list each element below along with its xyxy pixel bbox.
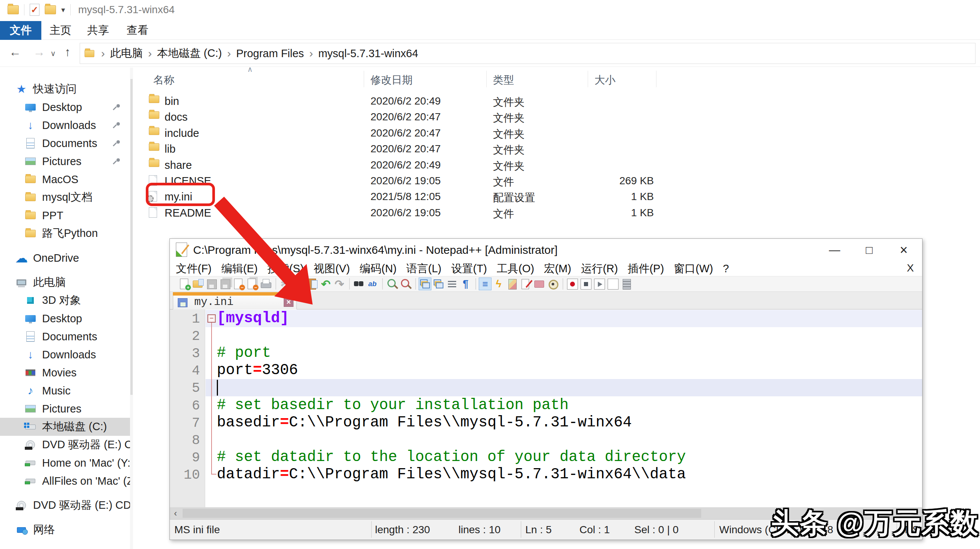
breadcrumb-item[interactable]: Program Files [236,47,304,60]
breadcrumb-item[interactable]: 此电脑 [110,46,143,61]
sidebar-item-Documents[interactable]: Documents [0,327,130,346]
sidebar-item-Movies[interactable]: Movies [0,364,130,381]
column-header-size[interactable]: 大小 [595,73,616,87]
menu-item-运行(R)[interactable]: 运行(R) [581,261,628,276]
sidebar-item-路飞Python[interactable]: 路飞Python [0,225,130,243]
open-toolbar-icon[interactable] [192,278,204,290]
file-row-share[interactable]: share2020/6/2 20:49文件夹 [146,157,710,173]
monitor-toolbar-icon[interactable] [546,278,559,290]
fold-open-icon[interactable]: − [207,314,216,322]
sidebar-item-Desktop[interactable]: Desktop [0,310,130,327]
menu-item-工具(O)[interactable]: 工具(O) [497,261,544,276]
ribbon-tab-查看[interactable]: 查看 [120,21,155,40]
nav-up-icon[interactable]: ↑ [65,45,71,59]
doclist-toolbar-icon[interactable] [519,278,532,290]
docmap-toolbar-icon[interactable] [506,278,519,290]
find-toolbar-icon[interactable] [352,278,365,290]
stop-toolbar-icon[interactable] [579,278,592,290]
sidebar-item-OneDrive[interactable]: ☁OneDrive [0,249,130,267]
folder-icon [24,173,37,186]
qat-new-folder-icon[interactable] [45,5,56,14]
ribbon-tab-文件[interactable]: 文件 [0,21,41,40]
nav-recent-dropdown-icon[interactable]: ∨ [50,49,56,58]
sidebar-item-此电脑[interactable]: 此电脑 [0,273,130,291]
menu-item-编码(N)[interactable]: 编码(N) [360,261,406,276]
breadcrumb-item[interactable]: 本地磁盘 (C:) [157,46,222,61]
showall-toolbar-icon[interactable]: ¶ [459,278,472,290]
maximize-button[interactable]: □ [856,242,882,259]
column-separator[interactable] [364,71,364,87]
sidebar-item-Downloads[interactable]: ↓Downloads [0,346,130,364]
file-row-docs[interactable]: docs2020/6/2 20:47文件夹 [146,109,710,125]
record-toolbar-icon[interactable] [566,278,579,290]
code-token: # set datadir to the location of your da… [217,448,686,466]
sidebar-scrollbar[interactable] [130,68,133,549]
wrap-toolbar-icon[interactable] [445,278,458,290]
column-separator[interactable] [656,71,657,87]
navigation-pane: ★快速访问Desktop↓DownloadsDocumentsPicturesM… [0,68,132,549]
nav-back-icon[interactable]: ← [9,45,21,59]
file-row-LICENSE[interactable]: LICENSE2020/6/2 19:05文件269 KB [146,173,710,189]
sidebar-item-Music[interactable]: ♪Music [0,381,130,400]
menu-item-语言(L)[interactable]: 语言(L) [406,261,451,276]
sidebar-item-MacOS[interactable]: MacOS [0,170,130,188]
sidebar-item-Home on 'Mac' (Y:)[interactable]: Home on 'Mac' (Y:) [0,454,130,472]
sidebar-item-Documents[interactable]: Documents [0,134,130,152]
syncv-toolbar-icon[interactable] [418,278,431,290]
menu-item-设置(T)[interactable]: 设置(T) [451,261,497,276]
sidebar-item-本地磁盘 (C:)[interactable]: 本地磁盘 (C:) [0,418,130,436]
sidebar-item-DVD 驱动器 (E:) CDROM[interactable]: DVD 驱动器 (E:) CDROM [0,436,130,454]
indent-toolbar-icon[interactable]: ≡ [479,278,492,290]
synch-toolbar-icon[interactable] [432,278,445,290]
runmulti-toolbar-icon[interactable]: » [606,278,619,290]
code-editor[interactable]: 1[mysqld]23# port4port=330656# set based… [170,310,922,507]
sidebar-item-Downloads[interactable]: ↓Downloads [0,116,130,134]
menu-item-?[interactable]: ? [723,262,739,275]
menubar-close-icon[interactable]: X [907,262,914,274]
qat-properties-icon[interactable]: ✓ [30,4,40,16]
ribbon-tab-共享[interactable]: 共享 [82,21,114,40]
zoomin-toolbar-icon[interactable] [385,278,398,290]
ribbon-tab-主页[interactable]: 主页 [45,21,76,40]
nav-forward-icon[interactable]: → [33,45,45,59]
monitor-icon [24,312,37,325]
new-toolbar-icon[interactable] [178,278,191,290]
folderws-toolbar-icon[interactable] [533,278,546,290]
scrollbar-thumb[interactable] [183,509,701,518]
qat-customize-dropdown-icon[interactable]: ▾ [61,5,65,14]
zoomout-toolbar-icon[interactable] [399,278,412,290]
breadcrumb-item[interactable]: mysql-5.7.31-winx64 [318,47,418,60]
replace-toolbar-icon[interactable]: ab [366,278,379,290]
sidebar-item-Pictures[interactable]: Pictures [0,152,130,170]
file-row-lib[interactable]: lib2020/6/2 20:47文件夹 [146,141,710,157]
menu-item-插件(P)[interactable]: 插件(P) [628,261,674,276]
macrogrid-toolbar-icon[interactable] [620,278,633,290]
column-header-type[interactable]: 类型 [493,73,514,87]
file-type: 文件 [493,207,514,221]
play-toolbar-icon[interactable] [593,278,606,290]
sidebar-item-mysql文档[interactable]: mysql文档 [0,188,130,206]
sidebar-item-3D 对象[interactable]: 3D 对象 [0,291,130,310]
file-row-include[interactable]: include2020/6/2 20:47文件夹 [146,125,710,141]
close-button[interactable]: × [891,242,917,259]
breadcrumb[interactable]: ›此电脑›本地磁盘 (C:)›Program Files›mysql-5.7.3… [80,43,975,64]
column-header-date[interactable]: 修改日期 [371,73,413,87]
column-header-name[interactable]: 名称 [153,73,174,87]
sidebar-item-Desktop[interactable]: Desktop [0,98,130,116]
sidebar-item-DVD 驱动器 (E:) CDROM[interactable]: DVD 驱动器 (E:) CDROM [0,496,130,514]
sidebar-item-Pictures[interactable]: Pictures [0,400,130,418]
sidebar-item-网络[interactable]: 网络 [0,521,130,539]
folder-icon [24,209,37,222]
sidebar-item-AllFiles on 'Mac' (Z:)[interactable]: AllFiles on 'Mac' (Z:) [0,472,130,490]
file-row-bin[interactable]: bin2020/6/2 20:49文件夹 [146,93,710,109]
sidebar-item-PPT[interactable]: PPT [0,206,130,225]
column-separator[interactable] [588,71,588,87]
redo-toolbar-icon[interactable]: ↷ [333,278,346,290]
menu-item-宏(M)[interactable]: 宏(M) [544,261,581,276]
funclist-toolbar-icon[interactable]: ϟ [492,278,505,290]
minimize-button[interactable]: — [821,242,848,259]
menu-item-窗口(W)[interactable]: 窗口(W) [674,261,723,276]
scroll-left-icon[interactable]: ‹ [170,507,181,519]
column-separator[interactable] [486,71,487,87]
sidebar-item-快速访问[interactable]: ★快速访问 [0,80,130,98]
